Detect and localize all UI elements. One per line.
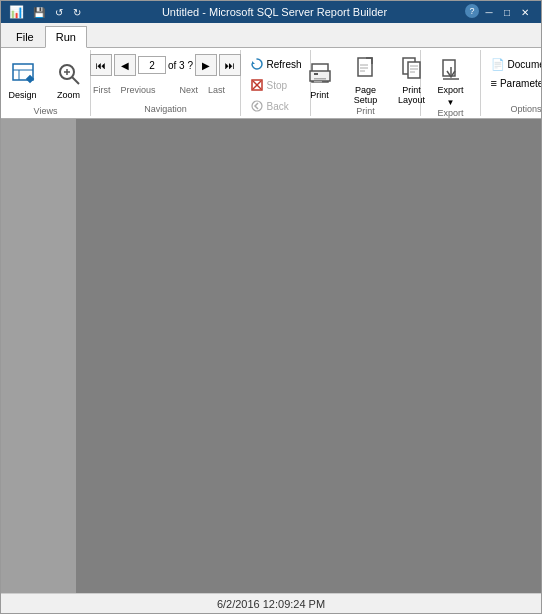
print-content: Print Page Setup — [298, 52, 434, 106]
design-icon — [9, 60, 37, 88]
svg-rect-17 — [314, 78, 326, 80]
options-content: 📄 Document... ≡ Parameters » — [488, 52, 542, 104]
next-icon: ▶ — [202, 60, 210, 71]
main-area — [1, 119, 541, 593]
prev-icon: ◀ — [121, 60, 129, 71]
datetime-text: 6/2/2016 12:09:24 PM — [217, 598, 325, 610]
ribbon: Design Zoom Views ⏮ — [1, 47, 541, 119]
restore-button[interactable]: □ — [499, 4, 515, 20]
last-button[interactable]: ⏭ — [219, 54, 241, 76]
stop-button[interactable]: Stop — [245, 75, 293, 95]
parameters-option[interactable]: ≡ Parameters » — [488, 75, 542, 91]
print-icon — [306, 60, 334, 88]
document-icon: 📄 — [491, 58, 505, 71]
minimize-button[interactable]: ─ — [481, 4, 497, 20]
design-label: Design — [8, 90, 36, 100]
nav-row: ⏮ ◀ of 3 ? ▶ ⏭ — [90, 54, 241, 76]
ribbon-group-views: Design Zoom Views — [1, 50, 91, 116]
svg-marker-8 — [252, 61, 255, 64]
views-group-label: Views — [5, 106, 86, 118]
previous-button[interactable]: ◀ — [114, 54, 136, 76]
back-label: Back — [267, 101, 289, 112]
print-label: Print — [310, 90, 329, 100]
refresh-icon — [250, 57, 264, 71]
svg-point-12 — [252, 101, 262, 111]
nav-content: ⏮ ◀ of 3 ? ▶ ⏭ First Previous — [90, 52, 241, 104]
title-bar: 📊 💾 ↺ ↻ Untitled - Microsoft SQL Server … — [1, 1, 541, 23]
parameters-label: Parameters » — [500, 78, 542, 89]
export-split: Export ▼ — [426, 54, 476, 108]
svg-rect-18 — [314, 81, 322, 83]
parameters-icon: ≡ — [491, 77, 497, 89]
save-quick-btn[interactable]: 💾 — [30, 6, 48, 19]
export-label: Export — [437, 85, 463, 95]
design-button[interactable]: Design — [1, 54, 45, 106]
ribbon-group-navigation: ⏮ ◀ of 3 ? ▶ ⏭ First Previous — [91, 50, 241, 116]
page-number-input[interactable] — [138, 56, 166, 74]
svg-rect-24 — [408, 62, 420, 78]
pagesetup-icon — [352, 55, 380, 83]
export-icon — [437, 57, 465, 85]
pagesetup-label: Page Setup — [347, 85, 385, 105]
run-controls: First Previous Next Last — [90, 80, 241, 100]
redo-quick-btn[interactable]: ↻ — [70, 6, 84, 19]
next-button[interactable]: ▶ — [195, 54, 217, 76]
undo-quick-btn[interactable]: ↺ — [52, 6, 66, 19]
zoom-icon — [55, 60, 83, 88]
first-icon: ⏮ — [96, 60, 106, 71]
options-group-label: Options — [485, 104, 542, 116]
navigation-group-label: Navigation — [95, 104, 236, 116]
export-button[interactable]: Export — [426, 54, 476, 98]
ribbon-group-options: 📄 Document... ≡ Parameters » Options — [481, 50, 542, 116]
stop-icon — [250, 78, 264, 92]
window-title: Untitled - Microsoft SQL Server Report B… — [84, 6, 465, 18]
back-icon — [250, 99, 264, 113]
svg-rect-16 — [314, 73, 318, 75]
content-area — [76, 119, 541, 593]
export-dropdown-arrow[interactable]: ▼ — [426, 98, 476, 108]
last-icon: ⏭ — [225, 60, 235, 71]
zoom-label: Zoom — [57, 90, 80, 100]
page-of-text: of 3 ? — [168, 60, 193, 71]
zoom-button[interactable]: Zoom — [47, 54, 91, 106]
print-group-label: Print — [315, 106, 416, 118]
back-button[interactable]: Back — [245, 96, 294, 116]
refresh-label: Refresh — [267, 59, 302, 70]
tab-file[interactable]: File — [5, 25, 45, 47]
stop-label: Stop — [267, 80, 288, 91]
pagesetup-button[interactable]: Page Setup — [344, 54, 388, 106]
svg-rect-19 — [358, 58, 372, 76]
tab-run[interactable]: Run — [45, 26, 87, 48]
export-content: Export ▼ — [426, 52, 476, 108]
app-icon: 📊 — [9, 5, 24, 19]
nav-first-label: First Previous Next Last — [90, 80, 241, 100]
views-content: Design Zoom — [1, 52, 91, 106]
first-button[interactable]: ⏮ — [90, 54, 112, 76]
ribbon-tabs: File Run — [1, 23, 541, 47]
window-controls: ? ─ □ ✕ — [465, 4, 533, 20]
status-bar: 6/2/2016 12:09:24 PM — [1, 593, 541, 613]
sidebar-panel — [1, 119, 76, 593]
document-label: Document... — [508, 59, 542, 70]
svg-line-5 — [72, 77, 79, 84]
print-button[interactable]: Print — [298, 54, 342, 106]
options-list: 📄 Document... ≡ Parameters » — [488, 54, 542, 91]
quick-access-area: 📊 💾 ↺ ↻ — [9, 5, 84, 19]
document-option[interactable]: 📄 Document... — [488, 56, 542, 73]
help-button[interactable]: ? — [465, 4, 479, 18]
ribbon-group-export: Export ▼ Export — [421, 50, 481, 116]
close-button[interactable]: ✕ — [517, 4, 533, 20]
ribbon-group-print: Print Page Setup — [311, 50, 421, 116]
